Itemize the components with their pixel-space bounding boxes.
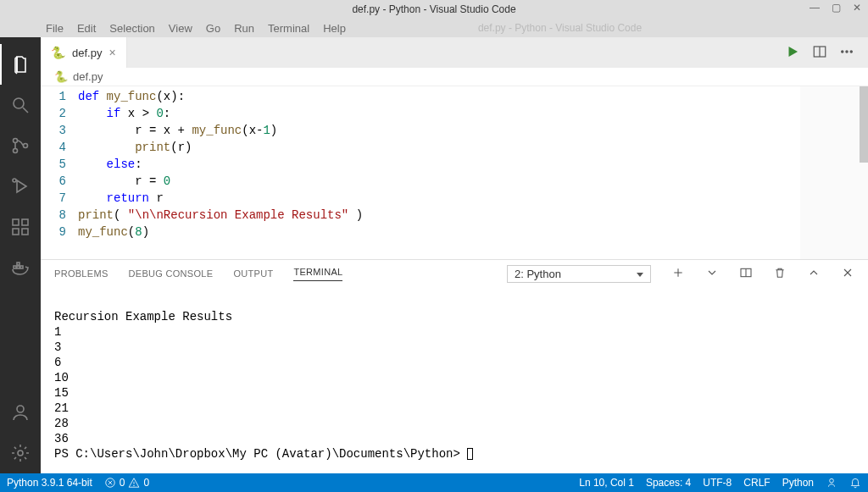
close-tab-icon[interactable]: ×	[108, 46, 115, 59]
accounts-icon[interactable]	[0, 392, 41, 433]
menu-terminal[interactable]: Terminal	[263, 22, 314, 35]
svg-point-33	[134, 485, 135, 486]
status-interpreter[interactable]: Python 3.9.1 64-bit	[7, 477, 92, 489]
menu-selection[interactable]: Selection	[104, 22, 159, 35]
svg-line-1	[23, 108, 28, 113]
close-window-icon[interactable]: ✕	[853, 2, 861, 14]
svg-point-21	[846, 50, 848, 52]
tab-bar: 🐍 def.py ×	[41, 37, 868, 68]
svg-point-2	[14, 139, 18, 143]
menu-help[interactable]: Help	[318, 22, 351, 35]
panel-tab-debug-console[interactable]: DEBUG CONSOLE	[129, 268, 214, 279]
svg-rect-13	[20, 266, 23, 268]
svg-point-34	[830, 478, 834, 483]
source-control-icon[interactable]	[0, 125, 41, 166]
code-editor[interactable]: 123456789 def my_func(x): if x > 0: r = …	[41, 86, 868, 259]
terminal-selector[interactable]: 2: Python	[507, 265, 651, 283]
maximize-icon[interactable]: ▢	[832, 2, 841, 14]
menu-view[interactable]: View	[164, 22, 198, 35]
svg-rect-7	[13, 219, 19, 225]
panel-tab-terminal[interactable]: TERMINAL	[293, 267, 342, 281]
settings-gear-icon[interactable]	[0, 433, 41, 473]
status-bar: Python 3.9.1 64-bit 0 0 Ln 10, Col 1 Spa…	[0, 473, 868, 492]
new-terminal-icon[interactable]	[671, 266, 685, 281]
ghost-title: def.py - Python - Visual Studio Code	[473, 22, 647, 34]
search-icon[interactable]	[0, 85, 41, 125]
split-editor-icon[interactable]	[812, 44, 827, 62]
more-actions-icon[interactable]	[839, 44, 854, 62]
code-content[interactable]: def my_func(x): if x > 0: r = x + my_fun…	[78, 86, 868, 259]
run-debug-icon[interactable]	[0, 166, 41, 207]
svg-rect-10	[22, 229, 28, 235]
title-bar: def.py - Python - Visual Studio Code — ▢…	[0, 0, 868, 19]
minimap[interactable]	[800, 86, 868, 259]
menu-run[interactable]: Run	[229, 22, 259, 35]
svg-point-22	[850, 50, 852, 52]
svg-point-3	[14, 149, 18, 153]
svg-rect-12	[17, 266, 19, 268]
tab-label: def.py	[72, 47, 102, 59]
window-title: def.py - Python - Visual Studio Code	[352, 3, 515, 15]
svg-point-4	[24, 144, 28, 148]
terminal-output[interactable]: Recursion Example Results1361015212836PS…	[41, 287, 868, 473]
explorer-icon[interactable]	[0, 44, 41, 85]
svg-rect-9	[13, 229, 19, 235]
breadcrumb-file: def.py	[73, 70, 103, 83]
split-terminal-icon[interactable]	[739, 266, 753, 281]
status-feedback-icon[interactable]	[826, 477, 837, 489]
activity-bar	[0, 37, 41, 473]
status-language[interactable]: Python	[782, 477, 814, 489]
run-file-icon[interactable]	[785, 44, 800, 62]
menu-file[interactable]: File	[41, 22, 69, 35]
close-panel-icon[interactable]	[841, 266, 854, 281]
extensions-icon[interactable]	[0, 207, 41, 247]
svg-rect-11	[14, 266, 16, 268]
status-cursor[interactable]: Ln 10, Col 1	[579, 477, 634, 489]
svg-marker-17	[789, 47, 798, 57]
bottom-panel: PROBLEMS DEBUG CONSOLE OUTPUT TERMINAL 2…	[41, 259, 868, 473]
tab-defpy[interactable]: 🐍 def.py ×	[41, 37, 127, 68]
status-problems[interactable]: 0 0	[104, 477, 149, 489]
chevron-down-icon[interactable]	[705, 266, 719, 281]
maximize-panel-icon[interactable]	[807, 266, 821, 281]
status-spaces[interactable]: Spaces: 4	[646, 477, 691, 489]
panel-tab-problems[interactable]: PROBLEMS	[54, 268, 108, 279]
svg-point-0	[14, 98, 24, 108]
svg-point-20	[842, 50, 843, 52]
window-controls: — ▢ ✕	[810, 2, 861, 14]
breadcrumb[interactable]: 🐍 def.py	[41, 68, 868, 86]
python-file-icon: 🐍	[54, 70, 68, 83]
status-notifications-icon[interactable]	[849, 477, 861, 489]
menu-bar: File Edit Selection View Go Run Terminal…	[0, 19, 868, 37]
status-encoding[interactable]: UTF-8	[703, 477, 732, 489]
svg-rect-14	[17, 263, 19, 265]
kill-terminal-icon[interactable]	[773, 266, 787, 281]
panel-tab-output[interactable]: OUTPUT	[233, 268, 273, 279]
svg-point-15	[17, 406, 24, 412]
minimap-scroll-indicator[interactable]	[860, 86, 868, 163]
line-number-gutter: 123456789	[41, 86, 78, 259]
menu-go[interactable]: Go	[201, 22, 225, 35]
panel-tabs: PROBLEMS DEBUG CONSOLE OUTPUT TERMINAL 2…	[41, 260, 868, 287]
svg-point-16	[18, 451, 23, 456]
status-eol[interactable]: CRLF	[743, 477, 770, 489]
svg-rect-8	[22, 219, 28, 225]
menu-edit[interactable]: Edit	[72, 22, 101, 35]
docker-icon[interactable]	[0, 247, 41, 288]
python-file-icon: 🐍	[51, 46, 65, 59]
minimize-icon[interactable]: —	[810, 2, 820, 14]
svg-point-6	[13, 179, 16, 182]
svg-marker-5	[17, 180, 26, 192]
